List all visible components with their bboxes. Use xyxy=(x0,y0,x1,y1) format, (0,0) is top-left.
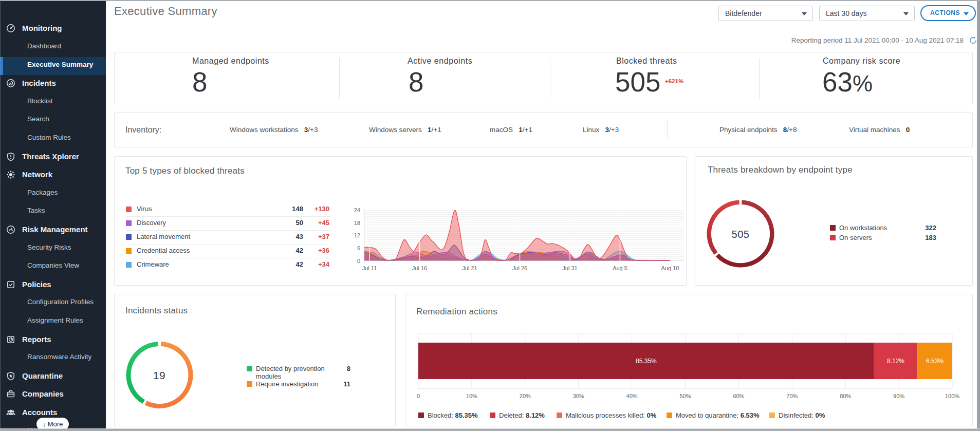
svg-text:Jul 31: Jul 31 xyxy=(562,265,577,271)
svg-text:70%: 70% xyxy=(786,393,798,399)
svg-text:Aug 5: Aug 5 xyxy=(613,265,627,271)
svg-text:0: 0 xyxy=(417,393,420,399)
svg-text:12: 12 xyxy=(354,232,360,238)
svg-text:40%: 40% xyxy=(626,393,638,399)
svg-text:24: 24 xyxy=(354,207,360,213)
svg-text:18: 18 xyxy=(354,220,360,226)
svg-text:6.53%: 6.53% xyxy=(926,358,944,365)
svg-text:0: 0 xyxy=(357,258,360,264)
svg-text:10%: 10% xyxy=(466,393,477,399)
svg-text:20%: 20% xyxy=(520,393,531,399)
svg-text:50%: 50% xyxy=(679,393,691,399)
svg-text:6: 6 xyxy=(357,245,360,251)
svg-text:60%: 60% xyxy=(733,393,744,399)
svg-text:Jul 26: Jul 26 xyxy=(512,265,527,271)
svg-text:8.12%: 8.12% xyxy=(887,358,904,365)
svg-text:30%: 30% xyxy=(573,393,584,399)
svg-text:90%: 90% xyxy=(893,393,904,399)
svg-text:Aug 10: Aug 10 xyxy=(661,265,679,271)
svg-text:80%: 80% xyxy=(840,393,851,399)
svg-text:100%: 100% xyxy=(945,393,959,399)
svg-text:Jul 21: Jul 21 xyxy=(462,265,477,271)
svg-text:85.35%: 85.35% xyxy=(636,358,657,365)
svg-text:Jul 11: Jul 11 xyxy=(362,265,377,271)
svg-text:Jul 16: Jul 16 xyxy=(412,265,427,271)
